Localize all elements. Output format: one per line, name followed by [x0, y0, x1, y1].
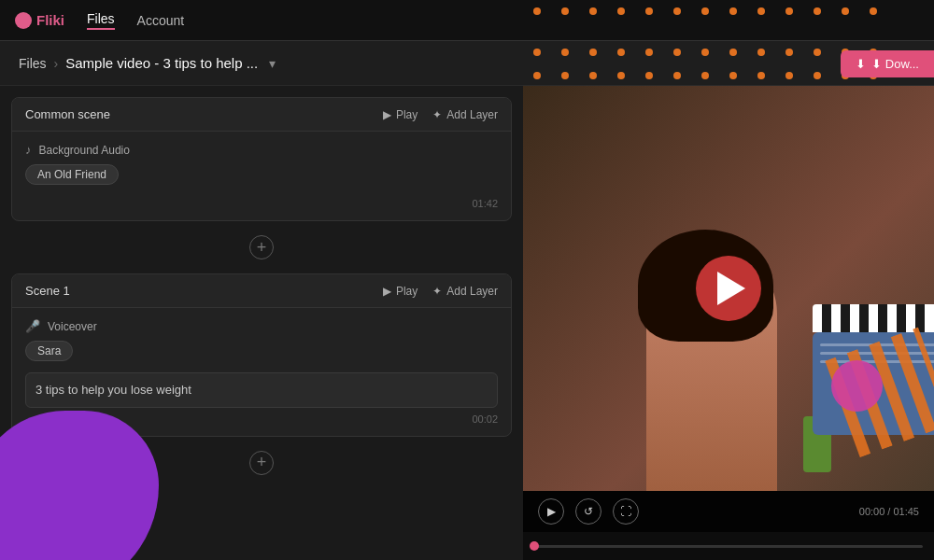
download-button[interactable]: ⬇ ⬇ Dow... — [841, 50, 934, 77]
voiceover-text[interactable]: 3 tips to help you lose weight — [25, 372, 498, 408]
scene1-title: Scene 1 — [25, 284, 70, 298]
scene1-add-layer-btn[interactable]: ✦ Add Layer — [432, 285, 498, 298]
voice-name-tag[interactable]: Sara — [25, 341, 73, 361]
common-scene-header: Common scene ▶ Play ✦ Add Layer — [12, 98, 511, 132]
breadcrumb-chevron-icon[interactable]: ▾ — [269, 56, 276, 71]
common-scene-timestamp: 01:42 — [25, 198, 498, 209]
common-scene-actions: ▶ Play ✦ Add Layer — [383, 108, 498, 121]
right-panel: ▶ ↺ ⛶ 00:00 / 01:45 — [523, 86, 934, 560]
add-layer-label-2: Add Layer — [446, 285, 498, 298]
scrubber-track[interactable] — [534, 545, 923, 548]
video-time: 00:00 / 01:45 — [859, 506, 919, 517]
timeline-bar[interactable] — [523, 532, 934, 560]
add-scene-row-2[interactable]: + — [11, 446, 512, 480]
voiceover-label: Voiceover — [48, 320, 97, 333]
common-scene-body: ♪ Background Audio An Old Friend 01:42 — [12, 132, 511, 220]
add-scene-row-1[interactable]: + — [11, 231, 512, 264]
fullscreen-control-btn[interactable]: ⛶ — [613, 498, 639, 525]
add-layer-label: Add Layer — [446, 108, 498, 121]
play-triangle-icon — [717, 272, 745, 305]
add-scene-circle-1[interactable]: + — [249, 235, 274, 259]
dots-pattern-top — [523, 0, 878, 28]
voiceover-row: 🎤 Voiceover — [25, 319, 498, 333]
common-scene-add-layer-btn[interactable]: ✦ Add Layer — [432, 108, 498, 121]
video-preview — [523, 86, 934, 491]
rewind-control-btn[interactable]: ↺ — [575, 498, 601, 525]
audio-track-tag[interactable]: An Old Friend — [25, 164, 119, 185]
scene1-card: Scene 1 ▶ Play ✦ Add Layer 🎤 Voiceover — [11, 273, 512, 437]
scene1-actions: ▶ Play ✦ Add Layer — [383, 285, 498, 298]
breadcrumb-separator: › — [54, 56, 59, 71]
breadcrumb: Files › Sample video - 3 tips to help ..… — [19, 55, 276, 71]
play-icon-2: ▶ — [383, 285, 391, 298]
mic-icon: 🎤 — [25, 319, 40, 333]
scrubber-dot[interactable] — [530, 541, 539, 551]
svg-rect-3 — [523, 0, 878, 28]
download-label: ⬇ Dow... — [871, 57, 919, 71]
play-ctrl-icon: ▶ — [547, 505, 556, 518]
background-audio-label: Background Audio — [39, 144, 130, 157]
scene1-body: 🎤 Voiceover Sara 3 tips to help you lose… — [12, 308, 511, 436]
download-icon: ⬇ — [856, 57, 866, 71]
logo-text: Fliki — [36, 12, 64, 28]
add-icon-2: + — [257, 453, 267, 472]
left-panel: Common scene ▶ Play ✦ Add Layer ♪ Backgr… — [0, 86, 523, 560]
common-scene-card: Common scene ▶ Play ✦ Add Layer ♪ Backgr… — [11, 97, 512, 221]
svg-rect-1 — [523, 41, 878, 92]
background-audio-row: ♪ Background Audio — [25, 143, 498, 157]
fullscreen-icon: ⛶ — [620, 505, 631, 518]
nav-account[interactable]: Account — [137, 13, 185, 28]
add-layer-icon: ✦ — [432, 108, 442, 121]
add-layer-icon-2: ✦ — [432, 285, 442, 298]
play-label-2: Play — [396, 285, 417, 298]
main-content: Common scene ▶ Play ✦ Add Layer ♪ Backgr… — [0, 86, 934, 560]
rewind-icon: ↺ — [584, 505, 593, 518]
breadcrumb-bar: Files › Sample video - 3 tips to help ..… — [0, 41, 934, 86]
breadcrumb-parent[interactable]: Files — [19, 56, 47, 71]
dots-pattern — [523, 41, 878, 92]
play-control-btn[interactable]: ▶ — [538, 498, 564, 525]
play-button[interactable] — [696, 256, 761, 321]
add-icon-1: + — [257, 238, 267, 258]
scene1-timestamp: 00:02 — [25, 413, 498, 425]
common-scene-title: Common scene — [25, 107, 110, 121]
nav-files[interactable]: Files — [87, 11, 115, 30]
breadcrumb-title: Sample video - 3 tips to help ... — [65, 55, 258, 71]
scene1-play-btn[interactable]: ▶ Play — [383, 285, 417, 298]
pink-circle-decoration — [831, 360, 883, 412]
play-label: Play — [396, 108, 417, 121]
music-note-icon: ♪ — [25, 143, 32, 157]
common-scene-play-btn[interactable]: ▶ Play — [383, 108, 417, 121]
add-scene-circle-2[interactable]: + — [249, 451, 274, 475]
video-controls: ▶ ↺ ⛶ 00:00 / 01:45 — [523, 491, 934, 532]
scene1-header: Scene 1 ▶ Play ✦ Add Layer — [12, 274, 511, 308]
play-icon: ▶ — [383, 108, 391, 121]
logo[interactable]: Fliki — [15, 12, 64, 29]
logo-icon — [15, 12, 32, 29]
